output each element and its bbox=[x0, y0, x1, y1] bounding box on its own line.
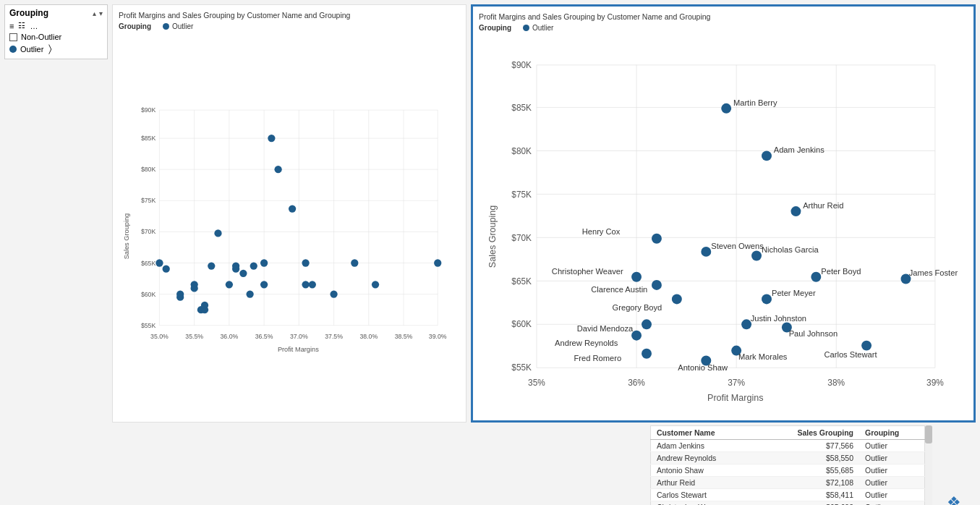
row-grouping-5: Outlier bbox=[859, 489, 925, 501]
left-outlier-label: Outlier bbox=[172, 22, 193, 30]
data-point-21 bbox=[274, 166, 281, 173]
left-x-365: 36.5% bbox=[255, 333, 273, 340]
filter-item-outlier[interactable]: Outlier 〉 bbox=[9, 42, 103, 56]
right-y-85k: $85K bbox=[511, 103, 532, 113]
right-label-adam: Adam Jenkins bbox=[774, 145, 825, 154]
right-label-peter-meyer: Peter Meyer bbox=[772, 289, 816, 297]
right-point-adam bbox=[762, 150, 772, 161]
right-x-axis-label: Profit Margins bbox=[707, 393, 763, 403]
scroll-thumb[interactable] bbox=[925, 425, 932, 444]
left-chart-legend: Grouping Outlier bbox=[119, 22, 460, 30]
right-label-andrew: Andrew Reynolds bbox=[555, 339, 618, 347]
row-name-1: Adam Jenkins bbox=[651, 440, 764, 452]
row-name-5: Carlos Stewart bbox=[651, 489, 764, 501]
col-grouping: Grouping bbox=[859, 426, 925, 440]
data-point-29 bbox=[434, 259, 441, 266]
more-icon[interactable]: … bbox=[30, 22, 38, 30]
row-sales-1: $77,566 bbox=[763, 440, 859, 452]
subscribe-button[interactable]: ❖ SUBSCRIBE bbox=[932, 487, 976, 505]
data-point-15 bbox=[239, 270, 247, 277]
right-point-gregory bbox=[672, 294, 682, 304]
right-label-mark: Mark Morales bbox=[738, 352, 788, 361]
data-point-12 bbox=[226, 281, 233, 288]
non-outlier-label: Non-Outlier bbox=[21, 33, 61, 41]
outlier-dot bbox=[9, 46, 17, 53]
row-grouping-3: Outlier bbox=[859, 464, 925, 477]
left-panel: Grouping ▴ ▾ ≡ ☷ … Non-Outlier Outlier 〉 bbox=[0, 0, 112, 505]
left-x-375: 37.5% bbox=[325, 333, 343, 340]
right-chart-svg-wrapper: Sales Grouping $55K $60K $65K $70K $75K bbox=[479, 35, 968, 408]
data-point-9 bbox=[201, 302, 208, 309]
right-point-martin bbox=[721, 103, 731, 114]
data-point-25 bbox=[309, 281, 316, 288]
table-row: Antonio Shaw $55,685 Outlier bbox=[651, 464, 925, 477]
col-customer-name: Customer Name bbox=[651, 426, 764, 440]
table-scrollbar[interactable] bbox=[925, 425, 932, 505]
right-point-clarence bbox=[652, 280, 662, 290]
left-x-380: 38.0% bbox=[359, 333, 378, 340]
data-point-19 bbox=[260, 259, 268, 266]
right-y-65k: $65K bbox=[511, 276, 532, 287]
right-y-axis-label: Sales Grouping bbox=[487, 205, 498, 268]
data-table: Customer Name Sales Grouping Grouping Ad… bbox=[650, 425, 925, 505]
right-y-60k: $60K bbox=[511, 319, 532, 329]
row-name-2: Andrew Reynolds bbox=[651, 452, 764, 464]
right-label-peter-boyd: Peter Boyd bbox=[821, 267, 861, 276]
right-x-36: 36% bbox=[628, 378, 645, 388]
row-sales-5: $58,411 bbox=[763, 489, 859, 501]
down-icon[interactable]: ▾ bbox=[99, 9, 103, 17]
up-icon[interactable]: ▴ bbox=[93, 9, 96, 17]
table-row: Christopher Weaver $65,692 Outlier bbox=[651, 501, 925, 505]
data-point-16 bbox=[246, 290, 253, 297]
right-x-37: 37% bbox=[728, 378, 745, 388]
right-label-henry: Henry Cox bbox=[582, 227, 621, 236]
right-outlier-legend: Outlier bbox=[523, 24, 553, 32]
menu-icon[interactable]: ≡ bbox=[9, 22, 14, 30]
left-x-360: 36.0% bbox=[221, 333, 239, 340]
right-point-andrew bbox=[631, 331, 642, 341]
data-point-10 bbox=[208, 262, 215, 269]
right-point-nicholas bbox=[751, 250, 762, 260]
right-point-peter-boyd bbox=[811, 272, 821, 282]
filter-card: Grouping ▴ ▾ ≡ ☷ … Non-Outlier Outlier 〉 bbox=[4, 4, 108, 59]
right-y-90k: $90K bbox=[511, 60, 532, 70]
left-y-80k: $80K bbox=[141, 166, 156, 173]
left-x-axis-label: Profit Margins bbox=[278, 346, 319, 353]
left-y-75k: $75K bbox=[141, 197, 156, 204]
right-label-nicholas: Nicholas Garcia bbox=[762, 245, 819, 254]
filter-icons: ▴ ▾ bbox=[93, 9, 103, 17]
data-point-23 bbox=[302, 259, 309, 266]
row-sales-3: $55,685 bbox=[763, 464, 859, 477]
cursor-icon: 〉 bbox=[48, 43, 52, 55]
right-point-david bbox=[642, 319, 652, 329]
right-y-80k: $80K bbox=[511, 146, 532, 156]
table-row: Arthur Reid $72,108 Outlier bbox=[651, 477, 925, 489]
non-outlier-checkbox[interactable] bbox=[9, 33, 17, 41]
data-point-26 bbox=[330, 290, 337, 297]
left-y-65k: $65K bbox=[141, 260, 156, 267]
filter-item-non-outlier[interactable]: Non-Outlier bbox=[9, 32, 103, 42]
right-point-henry bbox=[652, 234, 662, 244]
data-point-11 bbox=[214, 229, 221, 237]
left-x-390: 39.0% bbox=[429, 333, 447, 340]
right-label-steven: Steven Owens bbox=[711, 242, 764, 250]
right-x-38: 38% bbox=[827, 378, 845, 388]
row-grouping-1: Outlier bbox=[859, 440, 925, 452]
left-legend-dot bbox=[163, 23, 169, 30]
data-point-20 bbox=[268, 135, 275, 142]
left-x-370: 37.0% bbox=[290, 333, 308, 340]
row-sales-4: $72,108 bbox=[763, 477, 859, 489]
left-x-355: 35.5% bbox=[185, 333, 203, 340]
right-point-steven bbox=[701, 247, 711, 257]
table-row: Adam Jenkins $77,566 Outlier bbox=[651, 440, 925, 452]
row-grouping-2: Outlier bbox=[859, 452, 925, 464]
left-chart-container: Profit Margins and Sales Grouping by Cus… bbox=[112, 4, 466, 423]
data-point-18 bbox=[260, 281, 268, 288]
filter-icons-row: ≡ ☷ … bbox=[9, 21, 103, 30]
data-point-28 bbox=[372, 281, 379, 288]
right-label-antonio: Antonio Shaw bbox=[678, 363, 728, 372]
left-y-axis-label: Sales Grouping bbox=[123, 213, 130, 260]
grid-icon[interactable]: ☷ bbox=[18, 21, 25, 30]
right-y-70k: $70K bbox=[511, 233, 532, 243]
left-y-70k: $70K bbox=[141, 228, 156, 235]
